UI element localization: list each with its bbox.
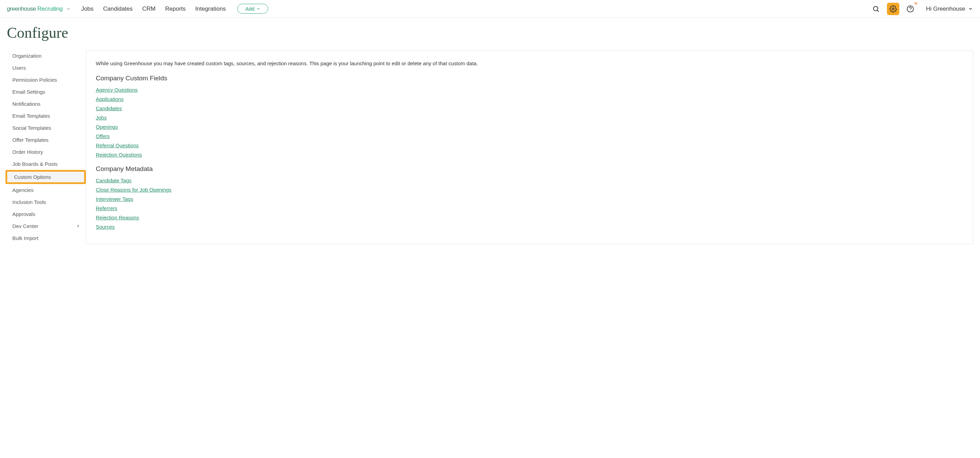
header-right-icons: Hi Greenhouse	[870, 3, 973, 15]
main-content: While using Greenhouse you may have crea…	[86, 51, 973, 244]
sidebar-item-agencies[interactable]: Agencies	[7, 184, 86, 196]
link-agency-questions[interactable]: Agency Questions	[96, 87, 138, 93]
metadata-links: Candidate Tags Close Reasons for Job Ope…	[96, 178, 963, 230]
sidebar-item-label: Approvals	[12, 211, 35, 217]
add-button[interactable]: Add	[237, 4, 268, 14]
sidebar-item-permission-policies[interactable]: Permission Policies	[7, 74, 86, 86]
sidebar-item-approvals[interactable]: Approvals	[7, 208, 86, 220]
svg-point-2	[892, 8, 894, 10]
link-rejection-questions[interactable]: Rejection Questions	[96, 152, 142, 157]
chevron-right-icon	[76, 224, 80, 228]
link-offers[interactable]: Offers	[96, 133, 110, 139]
nav-reports[interactable]: Reports	[165, 5, 186, 12]
link-close-reasons[interactable]: Close Reasons for Job Openings	[96, 187, 171, 192]
link-applications[interactable]: Applications	[96, 96, 124, 102]
section-metadata-title: Company Metadata	[96, 165, 963, 173]
sidebar-item-email-settings[interactable]: Email Settings	[7, 86, 86, 98]
logo-primary: greenhouse	[7, 5, 36, 12]
sidebar-item-job-boards-posts[interactable]: Job Boards & Posts	[7, 158, 86, 170]
section-custom-fields-title: Company Custom Fields	[96, 75, 963, 82]
link-referrers[interactable]: Referrers	[96, 205, 118, 211]
sidebar-item-social-templates[interactable]: Social Templates	[7, 122, 86, 134]
sidebar-item-label: Order History	[12, 149, 43, 155]
sidebar: Organization Users Permission Policies E…	[0, 50, 86, 244]
chevron-down-icon	[968, 6, 973, 11]
nav-crm[interactable]: CRM	[142, 5, 156, 12]
sidebar-item-label: Offer Templates	[12, 137, 48, 143]
link-jobs[interactable]: Jobs	[96, 114, 107, 121]
sidebar-item-label: Permission Policies	[12, 77, 57, 83]
top-navigation: greenhouse Recruiting Jobs Candidates CR…	[0, 0, 980, 18]
sidebar-item-custom-options[interactable]: Custom Options	[5, 170, 86, 184]
custom-fields-links: Agency Questions Applications Candidates…	[96, 87, 963, 157]
nav-candidates[interactable]: Candidates	[103, 5, 132, 12]
sidebar-item-notifications[interactable]: Notifications	[7, 98, 86, 110]
sidebar-item-users[interactable]: Users	[7, 62, 86, 74]
user-menu[interactable]: Hi Greenhouse	[926, 5, 973, 12]
main-nav: Jobs Candidates CRM Reports Integrations	[81, 5, 226, 12]
sidebar-item-label: Social Templates	[12, 125, 51, 131]
sidebar-item-label: Custom Options	[14, 174, 51, 180]
page-title: Configure	[7, 24, 980, 41]
nav-jobs[interactable]: Jobs	[81, 5, 94, 12]
chevron-down-icon	[256, 7, 260, 11]
sidebar-item-label: Users	[12, 65, 26, 71]
sidebar-item-offer-templates[interactable]: Offer Templates	[7, 134, 86, 146]
svg-line-1	[877, 10, 879, 12]
user-menu-label: Hi Greenhouse	[926, 5, 965, 12]
chevron-down-icon[interactable]	[66, 6, 71, 11]
sidebar-item-dev-center[interactable]: Dev Center	[7, 220, 86, 232]
link-candidate-tags[interactable]: Candidate Tags	[96, 178, 132, 183]
notification-badge	[915, 2, 917, 5]
link-interviewer-tags[interactable]: Interviewer Tags	[96, 196, 133, 202]
help-icon[interactable]	[904, 3, 916, 15]
sidebar-item-inclusion-tools[interactable]: Inclusion Tools	[7, 196, 86, 208]
link-rejection-reasons[interactable]: Rejection Reasons	[96, 215, 139, 220]
nav-integrations[interactable]: Integrations	[196, 5, 226, 12]
sidebar-item-label: Notifications	[12, 101, 41, 107]
link-referral-questions[interactable]: Referral Questions	[96, 143, 139, 148]
gear-icon[interactable]	[887, 3, 899, 15]
sidebar-item-label: Organization	[12, 53, 41, 59]
sidebar-item-label: Inclusion Tools	[12, 199, 46, 205]
link-sources[interactable]: Sources	[96, 224, 115, 230]
svg-point-0	[873, 6, 878, 11]
link-openings[interactable]: Openings	[96, 124, 118, 130]
sidebar-item-email-templates[interactable]: Email Templates	[7, 110, 86, 122]
intro-text: While using Greenhouse you may have crea…	[96, 60, 963, 66]
sidebar-item-label: Email Templates	[12, 113, 50, 119]
sidebar-item-label: Job Boards & Posts	[12, 161, 58, 167]
sidebar-item-label: Dev Center	[12, 223, 38, 229]
logo[interactable]: greenhouse Recruiting	[7, 5, 71, 12]
search-icon[interactable]	[870, 3, 882, 15]
sidebar-item-bulk-import[interactable]: Bulk Import	[7, 232, 86, 244]
sidebar-item-order-history[interactable]: Order History	[7, 146, 86, 158]
sidebar-item-organization[interactable]: Organization	[7, 50, 86, 62]
sidebar-item-label: Email Settings	[12, 89, 45, 95]
sidebar-item-label: Bulk Import	[12, 235, 38, 241]
add-button-label: Add	[245, 6, 255, 12]
logo-secondary: Recruiting	[37, 5, 63, 12]
link-candidates[interactable]: Candidates	[96, 105, 122, 111]
sidebar-item-label: Agencies	[12, 187, 33, 193]
